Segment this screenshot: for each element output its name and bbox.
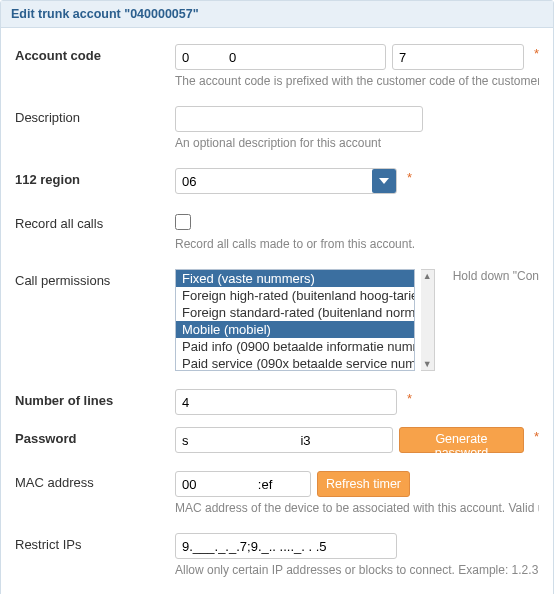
- edit-trunk-account-panel: Edit trunk account "040000057" Account c…: [0, 0, 554, 594]
- required-marker: *: [407, 170, 412, 185]
- label-restrict-ips: Restrict IPs: [15, 533, 175, 552]
- refresh-timer-button[interactable]: Refresh timer: [317, 471, 410, 497]
- restrict-ips-input[interactable]: [175, 533, 397, 559]
- row-number-of-lines: Number of lines *: [15, 379, 539, 423]
- scroll-down-icon: ▼: [423, 358, 432, 370]
- row-region: 112 region *: [15, 158, 539, 202]
- row-description: Description An optional description for …: [15, 96, 539, 158]
- row-password: Password Generate password *: [15, 423, 539, 461]
- required-marker: *: [534, 429, 539, 444]
- label-password: Password: [15, 427, 175, 446]
- label-region: 112 region: [15, 168, 175, 187]
- label-mac: MAC address: [15, 471, 175, 490]
- call-permissions-list[interactable]: Fixed (vaste nummers)Foreign high-rated …: [175, 269, 415, 371]
- scrollbar[interactable]: ▲ ▼: [421, 269, 435, 371]
- restrict-ips-help: Allow only certain IP addresses or block…: [175, 563, 539, 577]
- account-code-input[interactable]: [392, 44, 524, 70]
- row-restrict-ips: Restrict IPs Allow only certain IP addre…: [15, 523, 539, 585]
- call-permission-option[interactable]: Paid info (0900 betaalde informatie numm…: [176, 338, 414, 355]
- region-dropdown-button[interactable]: [372, 169, 396, 193]
- call-permission-option[interactable]: Foreign standard-rated (buitenland norma…: [176, 304, 414, 321]
- panel-body: Account code * The account code is prefi…: [1, 28, 553, 594]
- row-call-permissions: Call permissions Fixed (vaste nummers)Fo…: [15, 259, 539, 379]
- chevron-down-icon: [379, 178, 389, 184]
- call-permissions-hint: Hold down "Con: [453, 269, 539, 283]
- number-of-lines-input[interactable]: [175, 389, 397, 415]
- panel-title: Edit trunk account "040000057": [1, 1, 553, 28]
- label-record-all: Record all calls: [15, 212, 175, 231]
- region-select[interactable]: [175, 168, 397, 194]
- required-marker: *: [534, 46, 539, 61]
- password-input[interactable]: [175, 427, 393, 453]
- required-marker: *: [407, 391, 412, 406]
- call-permission-option[interactable]: Fixed (vaste nummers): [176, 270, 414, 287]
- call-permission-option[interactable]: Foreign high-rated (buitenland hoog-tari…: [176, 287, 414, 304]
- label-account-code: Account code: [15, 44, 175, 63]
- row-record-all: Record all calls Record all calls made t…: [15, 202, 539, 259]
- record-all-help: Record all calls made to or from this ac…: [175, 237, 539, 251]
- record-all-checkbox[interactable]: [175, 214, 191, 230]
- scroll-up-icon: ▲: [423, 270, 432, 282]
- description-help: An optional description for this account: [175, 136, 539, 150]
- mac-help: MAC address of the device to be associat…: [175, 501, 539, 515]
- call-permission-option[interactable]: Paid service (090x betaalde service numm…: [176, 355, 414, 371]
- label-call-permissions: Call permissions: [15, 269, 175, 288]
- description-input[interactable]: [175, 106, 423, 132]
- label-description: Description: [15, 106, 175, 125]
- row-allow-all-ips: Allow all IPs Allow all IP addresses to …: [15, 585, 539, 594]
- account-code-help: The account code is prefixed with the cu…: [175, 74, 539, 88]
- row-mac: MAC address Refresh timer MAC address of…: [15, 461, 539, 523]
- generate-password-button[interactable]: Generate password: [399, 427, 524, 453]
- mac-input[interactable]: [175, 471, 311, 497]
- account-code-prefix-input[interactable]: [175, 44, 386, 70]
- label-number-of-lines: Number of lines: [15, 389, 175, 408]
- row-account-code: Account code * The account code is prefi…: [15, 34, 539, 96]
- call-permission-option[interactable]: Mobile (mobiel): [176, 321, 414, 338]
